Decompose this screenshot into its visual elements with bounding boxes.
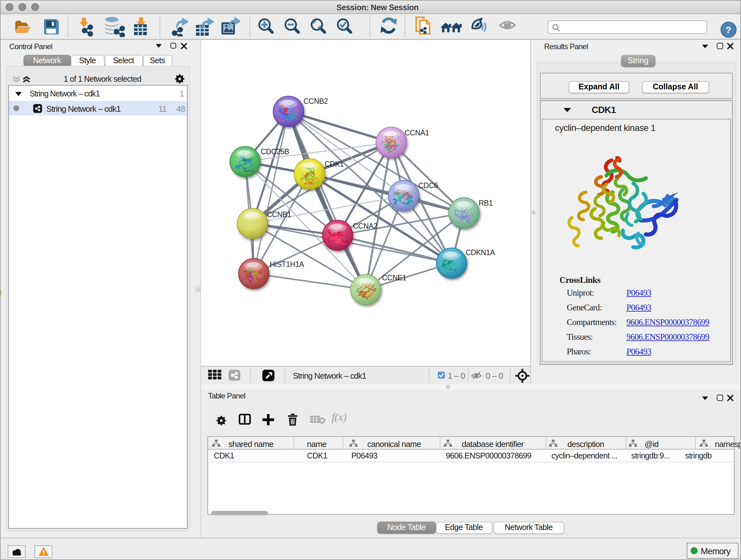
svg-text:CDKN1A: CDKN1A bbox=[466, 248, 495, 256]
svg-text:CCNA1: CCNA1 bbox=[405, 128, 429, 137]
svg-text:RB1: RB1 bbox=[479, 199, 493, 207]
svg-text:CCNA2: CCNA2 bbox=[353, 222, 378, 230]
svg-text:CDC6: CDC6 bbox=[418, 181, 438, 189]
svg-text:CDC25B: CDC25B bbox=[261, 147, 289, 155]
svg-text:CCNB1: CCNB1 bbox=[267, 210, 291, 219]
svg-text:HIST1H1A: HIST1H1A bbox=[270, 260, 305, 268]
svg-text:CDK1: CDK1 bbox=[325, 160, 344, 168]
svg-text:CCNE1: CCNE1 bbox=[382, 273, 407, 282]
svg-text:CCNB2: CCNB2 bbox=[304, 97, 328, 105]
